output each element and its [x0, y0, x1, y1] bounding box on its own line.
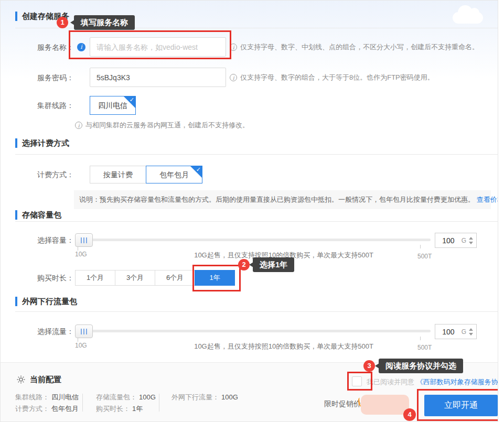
duration-options: 1个月 3个月 6个月 1年: [75, 270, 235, 286]
billing-option-label: 按量计费: [103, 170, 133, 179]
step-badge-2: 2: [238, 259, 250, 270]
info-icon[interactable]: i: [77, 43, 85, 51]
create-storage-service-page: 创建存储服务 服务名称： i i 仅支持字母、数字、中划线、点的组合，不区分大小…: [0, 0, 498, 422]
duration-label: 购买时长：: [15, 274, 74, 283]
service-name-input[interactable]: [90, 37, 226, 57]
agreement-line: 我已阅读并同意 《西部数码对象存储服务协议》: [367, 377, 498, 387]
divider: [15, 154, 498, 155]
top-gradient: [1, 1, 498, 79]
flow-number-input[interactable]: 100 G: [435, 324, 477, 339]
slider-tick-min: [78, 338, 78, 342]
step-up-icon[interactable]: [469, 328, 473, 331]
flow-min-label: 10G: [75, 342, 87, 349]
step-up-icon[interactable]: [469, 237, 473, 240]
section-title-traffic: 外网下行流量包: [15, 297, 77, 306]
config-value: 100G: [221, 393, 238, 401]
duration-option-1month[interactable]: 1个月: [75, 270, 115, 286]
step-down-icon[interactable]: [469, 242, 473, 244]
check-icon: ✓: [196, 166, 201, 174]
service-password-hint: i 仅支持字母、数字的组合，大于等于8位。也作为FTP密码使用。: [230, 73, 434, 82]
capacity-stepper: [469, 237, 476, 244]
billing-note: 说明：预先购买存储容量包和流量包的方式。后期的使用量直接从已购资源包中抵扣。一般…: [74, 190, 491, 209]
cluster-line-label: 集群线路：: [15, 101, 74, 111]
cloud-icon: [453, 12, 483, 24]
gear-icon: [16, 375, 26, 386]
config-label: 购买时长：: [96, 405, 130, 413]
agreement-checkbox[interactable]: [352, 376, 362, 386]
cluster-hint: i 与相同集群的云服务器内网互通，创建后不支持修改。: [75, 121, 249, 130]
config-traffic: 外网下行流量：100G: [171, 393, 238, 402]
billing-option-subscription[interactable]: 包年包月 ✓: [146, 166, 202, 183]
check-icon: ✓: [130, 96, 134, 104]
note-text: 说明：预先购买存储容量包和流量包的方式。后期的使用量直接从已购资源包中抵扣。一般…: [79, 196, 475, 203]
capacity-slider-handle[interactable]: [75, 233, 93, 247]
slider-tick-min: [78, 247, 78, 251]
config-value: 四川电信: [51, 393, 79, 401]
duration-option-label: 3个月: [126, 274, 144, 282]
cluster-option-sichuan-telecom[interactable]: 四川电信 ✓: [90, 96, 136, 115]
duration-option-label: 1个月: [87, 274, 104, 282]
current-config-title: 当前配置: [30, 375, 61, 385]
config-label: 存储流量包：: [96, 393, 137, 401]
section-title-billing: 选择计费方式: [15, 138, 69, 148]
config-duration: 购买时长：1年: [96, 404, 143, 414]
config-value: 包年包月: [51, 405, 79, 413]
section-title-storage: 存储容量包: [15, 210, 61, 220]
step-badge-4: 4: [403, 408, 416, 421]
service-name-hint: i 仅支持字母、数字、中划线、点的组合，不区分大小写，创建后不支持重命名。: [230, 42, 479, 52]
config-divider: [82, 394, 83, 412]
agreement-prefix: 我已阅读并同意: [367, 378, 414, 386]
flow-label: 选择流量：: [15, 327, 74, 337]
config-storage: 存储流量包：100G: [96, 393, 156, 402]
redacted-price: [361, 395, 409, 415]
flow-slider-track[interactable]: [84, 330, 431, 332]
step-badge-3: 3: [363, 360, 375, 372]
capacity-label: 选择容量：: [15, 236, 74, 245]
slider-tick-max: [420, 337, 421, 340]
flow-mid-hint: 10G起售，且仅支持按照10的倍数购买，单次最大支持500T: [174, 342, 394, 351]
tooltip-select-1year: 选择1年: [253, 257, 294, 272]
capacity-unit: G: [462, 237, 469, 244]
config-cluster: 集群线路：四川电信: [15, 393, 79, 402]
capacity-max-label: 500T: [417, 253, 432, 260]
flow-slider-handle[interactable]: [75, 324, 93, 338]
capacity-slider-track[interactable]: [84, 239, 431, 241]
service-password-input[interactable]: [90, 68, 226, 87]
duration-option-label: 6个月: [166, 274, 184, 282]
divider: [15, 311, 498, 312]
hint-text: 与相同集群的云服务器内网互通，创建后不支持修改。: [85, 121, 249, 130]
step-down-icon[interactable]: [469, 333, 473, 336]
config-label: 集群线路：: [15, 393, 49, 401]
service-name-label: 服务名称：: [15, 43, 74, 52]
config-divider: [159, 394, 159, 412]
slider-tick-max: [420, 245, 421, 248]
tooltip-read-agreement: 阅读服务协议并勾选: [379, 359, 463, 373]
view-price-link[interactable]: 查看价格>>: [477, 196, 498, 203]
capacity-value[interactable]: 100: [435, 236, 462, 245]
config-billing: 计费方式：包年包月: [15, 404, 79, 414]
activate-now-button[interactable]: 立即开通: [424, 395, 498, 416]
capacity-min-label: 10G: [75, 251, 87, 258]
capacity-number-input[interactable]: 100 G: [435, 233, 477, 248]
config-label: 计费方式：: [15, 405, 49, 413]
hint-text: 仅支持字母、数字的组合，大于等于8位。也作为FTP密码使用。: [240, 73, 434, 82]
duration-option-label: 1年: [209, 274, 220, 282]
info-circle-icon: i: [230, 74, 237, 81]
flow-unit: G: [462, 328, 469, 336]
flow-value[interactable]: 100: [435, 328, 462, 336]
billing-options: 按量计费 包年包月 ✓: [90, 166, 202, 183]
billing-option-label: 包年包月: [159, 170, 189, 179]
config-value: 100G: [139, 393, 156, 401]
info-circle-icon: i: [230, 44, 237, 51]
flow-max-label: 500T: [417, 344, 432, 351]
billing-option-pay-as-you-go[interactable]: 按量计费: [90, 166, 146, 183]
duration-option-1year[interactable]: 1年: [195, 270, 235, 286]
service-password-label: 服务密码：: [15, 73, 74, 83]
hint-text: 仅支持字母、数字、中划线、点的组合，不区分大小写，创建后不支持重命名。: [240, 42, 479, 52]
agreement-link[interactable]: 《西部数码对象存储服务协议》: [416, 378, 498, 386]
billing-method-label: 计费方式：: [15, 170, 74, 180]
duration-option-6month[interactable]: 6个月: [155, 270, 195, 286]
duration-option-3month[interactable]: 3个月: [115, 270, 155, 286]
divider: [15, 221, 498, 222]
config-value: 1年: [132, 405, 143, 413]
